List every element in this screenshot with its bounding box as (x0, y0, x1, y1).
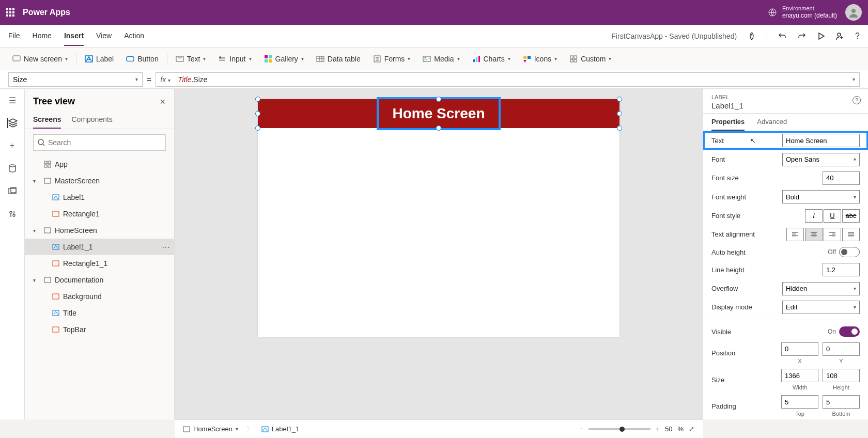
property-selector[interactable]: Size▾ (8, 72, 143, 87)
share-icon[interactable] (835, 32, 845, 41)
tree-item-title[interactable]: Title (25, 305, 174, 321)
autoheight-toggle[interactable] (839, 247, 860, 257)
tree-item-label1-1[interactable]: Label1_1 ⋯ (25, 239, 174, 255)
position-y-input[interactable] (823, 342, 860, 356)
align-left-button[interactable] (786, 228, 804, 241)
svg-point-1 (851, 9, 856, 13)
help-icon[interactable]: ? (853, 96, 861, 104)
insert-rail-icon[interactable]: + (7, 140, 18, 151)
data-rail-icon[interactable] (7, 163, 18, 174)
insert-custom-button[interactable]: Custom▾ (565, 52, 615, 66)
tree-search[interactable] (33, 134, 166, 151)
tab-components[interactable]: Components (71, 111, 112, 129)
insert-label-button[interactable]: Label (81, 52, 118, 66)
hamburger-icon[interactable]: ☰ (7, 95, 18, 105)
svg-rect-41 (53, 261, 59, 266)
undo-icon[interactable] (778, 32, 787, 41)
banner-label[interactable]: Home Screen (393, 105, 485, 122)
menu-view[interactable]: View (96, 26, 112, 46)
new-screen-button[interactable]: New screen▾ (8, 52, 72, 66)
position-x-input[interactable] (781, 342, 818, 356)
align-center-button[interactable] (805, 228, 823, 241)
padding-bottom-input[interactable] (823, 395, 860, 409)
search-input[interactable] (48, 138, 161, 147)
breadcrumb-screen[interactable]: HomeScreen▾ (183, 425, 238, 433)
font-select[interactable]: Open Sans▾ (782, 153, 860, 166)
size-width-input[interactable] (781, 369, 818, 382)
more-icon[interactable]: ⋯ (162, 242, 170, 252)
fontsize-input[interactable] (823, 171, 860, 185)
menu-action[interactable]: Action (124, 26, 144, 46)
canvas-screen[interactable]: Home Screen (258, 99, 619, 337)
tree-view-icon[interactable] (7, 118, 18, 128)
zoom-in-icon[interactable]: + (656, 425, 660, 433)
rectangle-icon (52, 260, 60, 267)
insert-charts-button[interactable]: Charts▾ (468, 52, 515, 66)
insert-button-button[interactable]: Button (122, 52, 162, 66)
svg-rect-38 (53, 211, 59, 216)
insert-gallery-button[interactable]: Gallery▾ (260, 52, 308, 66)
tree-item-homescreen[interactable]: ▾ HomeScreen (25, 222, 174, 239)
insert-datatable-button[interactable]: Data table (312, 52, 365, 66)
help-icon[interactable]: ? (855, 32, 860, 41)
menu-file[interactable]: File (8, 26, 20, 46)
tree-item-masterscreen[interactable]: ▾ MasterScreen (25, 173, 174, 189)
italic-button[interactable]: I (805, 209, 823, 223)
environment-picker[interactable]: Environment enayu.com (default) (768, 5, 837, 20)
zoom-out-icon[interactable]: − (580, 425, 584, 433)
insert-forms-button[interactable]: Forms▾ (369, 52, 415, 66)
media-rail-icon[interactable] (7, 186, 18, 196)
svg-rect-33 (48, 161, 51, 164)
tree-item-topbar[interactable]: TopBar (25, 321, 174, 338)
tab-properties[interactable]: Properties (711, 114, 745, 131)
breadcrumb-element[interactable]: Label1_1 (261, 425, 300, 433)
fontweight-select[interactable]: Bold▾ (782, 190, 860, 204)
align-right-button[interactable] (824, 228, 841, 241)
redo-icon[interactable] (797, 32, 807, 41)
svg-rect-35 (48, 165, 51, 167)
insert-ribbon: New screen▾ Label Button Text▾ Input▾ Ga… (0, 48, 868, 70)
canvas-area[interactable]: Home Screen (175, 89, 703, 419)
advanced-tools-icon[interactable] (7, 209, 18, 219)
insert-icons-button[interactable]: Icons▾ (519, 52, 561, 66)
insert-input-button[interactable]: Input▾ (214, 52, 255, 66)
formula-input[interactable]: fx▾ Title.Size ▾ (156, 72, 860, 87)
visible-toggle[interactable] (839, 326, 860, 337)
insert-text-button[interactable]: Text▾ (172, 52, 210, 66)
tree-item-documentation[interactable]: ▾ Documentation (25, 272, 174, 288)
menu-insert[interactable]: Insert (64, 26, 84, 46)
environment-label: Environment (782, 5, 837, 12)
menu-bar: File Home Insert View Action FirstCanvas… (0, 25, 868, 48)
strikethrough-button[interactable]: abc (842, 209, 860, 223)
fit-screen-icon[interactable]: ⤢ (689, 425, 694, 433)
text-input[interactable] (782, 134, 860, 147)
app-checker-icon[interactable] (747, 32, 756, 41)
tree-item-label1[interactable]: Label1 (25, 189, 174, 206)
padding-top-input[interactable] (781, 395, 818, 409)
tree-item-rectangle1-1[interactable]: Rectangle1_1 (25, 255, 174, 272)
play-icon[interactable] (817, 32, 825, 40)
tree-item-rectangle1[interactable]: Rectangle1 (25, 206, 174, 222)
lineheight-input[interactable] (823, 263, 860, 276)
svg-rect-13 (317, 56, 324, 61)
tree-item-background[interactable]: Background (25, 288, 174, 305)
banner-rectangle[interactable]: Home Screen (258, 99, 619, 128)
insert-media-button[interactable]: Media▾ (419, 52, 463, 66)
svg-rect-7 (176, 56, 183, 61)
zoom-slider[interactable] (588, 428, 650, 430)
displaymode-select[interactable]: Edit▾ (782, 301, 860, 314)
app-launcher-icon[interactable] (6, 8, 14, 17)
svg-point-30 (13, 214, 15, 216)
menu-home[interactable]: Home (33, 26, 52, 46)
close-icon[interactable]: ✕ (160, 98, 166, 106)
align-justify-button[interactable] (842, 228, 860, 241)
svg-rect-6 (127, 56, 134, 61)
underline-button[interactable]: U (824, 209, 841, 223)
svg-rect-34 (44, 165, 47, 167)
tree-item-app[interactable]: App (25, 156, 174, 173)
tab-screens[interactable]: Screens (33, 111, 61, 129)
size-height-input[interactable] (823, 369, 860, 382)
overflow-select[interactable]: Hidden▾ (782, 282, 860, 295)
user-avatar[interactable] (845, 4, 862, 21)
tab-advanced[interactable]: Advanced (757, 114, 787, 131)
